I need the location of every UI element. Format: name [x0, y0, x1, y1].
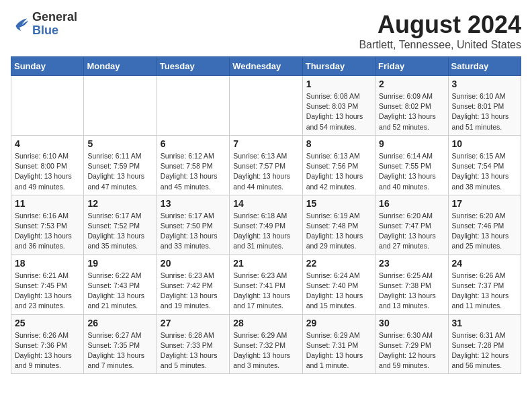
day-info: Sunrise: 6:19 AMSunset: 7:48 PMDaylight:… [306, 211, 371, 252]
day-info: Sunrise: 6:10 AMSunset: 8:01 PMDaylight:… [452, 91, 517, 132]
day-number: 7 [233, 138, 298, 149]
calendar-cell: 24Sunrise: 6:26 AMSunset: 7:37 PMDayligh… [448, 255, 521, 314]
calendar-cell: 20Sunrise: 6:23 AMSunset: 7:42 PMDayligh… [157, 255, 229, 314]
day-info: Sunrise: 6:20 AMSunset: 7:46 PMDaylight:… [452, 211, 517, 252]
subtitle: Bartlett, Tennessee, United States [359, 39, 521, 51]
calendar-cell: 3Sunrise: 6:10 AMSunset: 8:01 PMDaylight… [448, 76, 521, 136]
day-number: 6 [161, 138, 226, 149]
day-info: Sunrise: 6:21 AMSunset: 7:45 PMDaylight:… [15, 271, 80, 312]
day-number: 2 [379, 79, 444, 89]
day-number: 20 [161, 258, 226, 269]
calendar-cell: 26Sunrise: 6:27 AMSunset: 7:35 PMDayligh… [84, 314, 157, 374]
logo-text: General Blue [32, 11, 77, 38]
day-number: 12 [87, 198, 152, 209]
calendar-table: SundayMondayTuesdayWednesdayThursdayFrid… [11, 56, 521, 374]
title-block: August 2024 Bartlett, Tennessee, United … [359, 11, 521, 51]
day-info: Sunrise: 6:23 AMSunset: 7:41 PMDaylight:… [233, 271, 298, 312]
calendar-cell [84, 76, 157, 136]
calendar-cell: 15Sunrise: 6:19 AMSunset: 7:48 PMDayligh… [302, 195, 375, 255]
day-info: Sunrise: 6:27 AMSunset: 7:35 PMDaylight:… [87, 330, 152, 371]
day-number: 22 [306, 258, 371, 269]
logo-bird-icon [11, 15, 30, 34]
day-info: Sunrise: 6:26 AMSunset: 7:36 PMDaylight:… [15, 330, 80, 371]
calendar-cell: 1Sunrise: 6:08 AMSunset: 8:03 PMDaylight… [302, 76, 375, 136]
day-number: 21 [233, 258, 298, 269]
calendar-cell: 18Sunrise: 6:21 AMSunset: 7:45 PMDayligh… [11, 255, 84, 314]
calendar-cell: 12Sunrise: 6:17 AMSunset: 7:52 PMDayligh… [84, 195, 157, 255]
day-number: 9 [379, 138, 444, 149]
weekday-header: Monday [84, 57, 157, 76]
day-info: Sunrise: 6:26 AMSunset: 7:37 PMDaylight:… [452, 271, 517, 312]
day-info: Sunrise: 6:29 AMSunset: 7:32 PMDaylight:… [233, 330, 298, 371]
weekday-header: Saturday [448, 57, 521, 76]
day-info: Sunrise: 6:09 AMSunset: 8:02 PMDaylight:… [379, 91, 444, 132]
calendar-cell: 31Sunrise: 6:31 AMSunset: 7:28 PMDayligh… [448, 314, 521, 374]
weekday-header: Sunday [11, 57, 84, 76]
calendar-cell [230, 76, 302, 136]
calendar-cell: 13Sunrise: 6:17 AMSunset: 7:50 PMDayligh… [157, 195, 229, 255]
day-number: 11 [15, 198, 80, 209]
calendar-cell: 11Sunrise: 6:16 AMSunset: 7:53 PMDayligh… [11, 195, 84, 255]
day-number: 25 [15, 318, 80, 328]
day-info: Sunrise: 6:18 AMSunset: 7:49 PMDaylight:… [233, 211, 298, 252]
day-number: 24 [452, 258, 517, 269]
day-info: Sunrise: 6:13 AMSunset: 7:57 PMDaylight:… [233, 151, 298, 192]
calendar-cell: 21Sunrise: 6:23 AMSunset: 7:41 PMDayligh… [230, 255, 302, 314]
weekday-header: Tuesday [157, 57, 229, 76]
calendar-cell: 9Sunrise: 6:14 AMSunset: 7:55 PMDaylight… [375, 135, 448, 195]
day-number: 8 [306, 138, 371, 149]
day-number: 10 [452, 138, 517, 149]
calendar-cell [11, 76, 84, 136]
day-number: 17 [452, 198, 517, 209]
calendar-cell: 17Sunrise: 6:20 AMSunset: 7:46 PMDayligh… [448, 195, 521, 255]
day-info: Sunrise: 6:12 AMSunset: 7:58 PMDaylight:… [161, 151, 226, 192]
day-number: 13 [161, 198, 226, 209]
day-info: Sunrise: 6:10 AMSunset: 8:00 PMDaylight:… [15, 151, 80, 192]
calendar-cell: 8Sunrise: 6:13 AMSunset: 7:56 PMDaylight… [302, 135, 375, 195]
day-number: 15 [306, 198, 371, 209]
day-number: 3 [452, 79, 517, 89]
calendar-cell: 30Sunrise: 6:30 AMSunset: 7:29 PMDayligh… [375, 314, 448, 374]
day-number: 5 [87, 138, 152, 149]
logo: General Blue [11, 11, 77, 38]
day-number: 31 [452, 318, 517, 328]
day-info: Sunrise: 6:22 AMSunset: 7:43 PMDaylight:… [87, 271, 152, 312]
weekday-header: Thursday [302, 57, 375, 76]
calendar-cell: 4Sunrise: 6:10 AMSunset: 8:00 PMDaylight… [11, 135, 84, 195]
day-info: Sunrise: 6:28 AMSunset: 7:33 PMDaylight:… [161, 330, 226, 371]
day-number: 1 [306, 79, 371, 89]
day-info: Sunrise: 6:14 AMSunset: 7:55 PMDaylight:… [379, 151, 444, 192]
calendar-cell: 2Sunrise: 6:09 AMSunset: 8:02 PMDaylight… [375, 76, 448, 136]
day-info: Sunrise: 6:25 AMSunset: 7:38 PMDaylight:… [379, 271, 444, 312]
calendar-cell: 23Sunrise: 6:25 AMSunset: 7:38 PMDayligh… [375, 255, 448, 314]
day-number: 26 [87, 318, 152, 328]
day-info: Sunrise: 6:24 AMSunset: 7:40 PMDaylight:… [306, 271, 371, 312]
calendar-cell: 27Sunrise: 6:28 AMSunset: 7:33 PMDayligh… [157, 314, 229, 374]
calendar-cell: 7Sunrise: 6:13 AMSunset: 7:57 PMDaylight… [230, 135, 302, 195]
calendar-week-row: 1Sunrise: 6:08 AMSunset: 8:03 PMDaylight… [11, 76, 521, 136]
day-number: 16 [379, 198, 444, 209]
day-number: 14 [233, 198, 298, 209]
day-number: 19 [87, 258, 152, 269]
day-info: Sunrise: 6:31 AMSunset: 7:28 PMDaylight:… [452, 330, 517, 371]
calendar-week-row: 18Sunrise: 6:21 AMSunset: 7:45 PMDayligh… [11, 255, 521, 314]
day-number: 29 [306, 318, 371, 328]
calendar-week-row: 11Sunrise: 6:16 AMSunset: 7:53 PMDayligh… [11, 195, 521, 255]
day-info: Sunrise: 6:15 AMSunset: 7:54 PMDaylight:… [452, 151, 517, 192]
day-info: Sunrise: 6:11 AMSunset: 7:59 PMDaylight:… [87, 151, 152, 192]
day-number: 28 [233, 318, 298, 328]
page-header: General Blue August 2024 Bartlett, Tenne… [11, 11, 521, 51]
weekday-header: Friday [375, 57, 448, 76]
calendar-cell: 10Sunrise: 6:15 AMSunset: 7:54 PMDayligh… [448, 135, 521, 195]
day-info: Sunrise: 6:17 AMSunset: 7:50 PMDaylight:… [161, 211, 226, 252]
weekday-header-row: SundayMondayTuesdayWednesdayThursdayFrid… [11, 57, 521, 76]
day-info: Sunrise: 6:13 AMSunset: 7:56 PMDaylight:… [306, 151, 371, 192]
weekday-header: Wednesday [230, 57, 302, 76]
day-info: Sunrise: 6:17 AMSunset: 7:52 PMDaylight:… [87, 211, 152, 252]
day-number: 23 [379, 258, 444, 269]
calendar-cell: 29Sunrise: 6:29 AMSunset: 7:31 PMDayligh… [302, 314, 375, 374]
calendar-cell: 5Sunrise: 6:11 AMSunset: 7:59 PMDaylight… [84, 135, 157, 195]
day-number: 27 [161, 318, 226, 328]
calendar-cell: 16Sunrise: 6:20 AMSunset: 7:47 PMDayligh… [375, 195, 448, 255]
calendar-cell [157, 76, 229, 136]
